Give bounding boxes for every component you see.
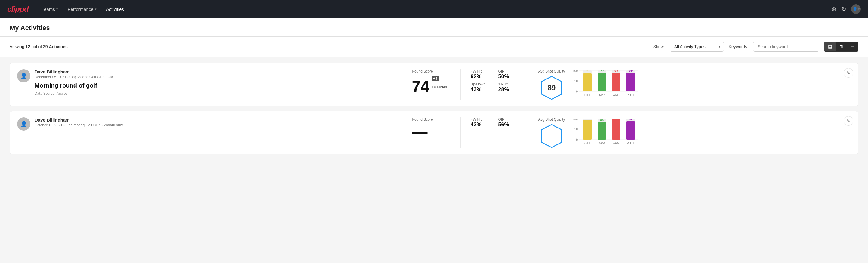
card-info: Dave Billingham October 16, 2021 - Gog M…	[35, 117, 392, 130]
activity-type-select[interactable]: All Activity Types	[670, 41, 724, 52]
grid-view-button[interactable]: ⊞	[836, 42, 847, 52]
activity-card: 👤 Dave Billingham October 16, 2021 - Gog…	[10, 111, 858, 154]
svg-text:89: 89	[615, 70, 618, 72]
score-value: —	[412, 124, 427, 140]
activity-date: October 16, 2021 - Gog Magog Golf Club -…	[35, 123, 392, 127]
list-icon: ▤	[828, 44, 832, 49]
fw-hit-value: 62%	[470, 74, 491, 80]
svg-text:85: 85	[586, 70, 589, 73]
divider	[402, 69, 402, 100]
svg-text:APP: APP	[599, 142, 605, 145]
gir-stat: GIR 56%	[498, 117, 519, 128]
gir-value: 56%	[498, 122, 519, 128]
svg-text:ARG: ARG	[613, 94, 620, 97]
activity-type-wrapper: All Activity Types ▾	[670, 41, 724, 52]
chevron-down-icon: ▾	[858, 7, 860, 11]
svg-text:PUTT: PUTT	[627, 94, 634, 97]
gir-value: 50%	[498, 74, 519, 80]
compact-icon: ☰	[850, 44, 855, 49]
svg-text:50: 50	[575, 80, 578, 83]
svg-text:87: 87	[629, 119, 632, 121]
svg-text:89: 89	[629, 70, 632, 72]
nav-performance[interactable]: Performance ▾	[64, 4, 100, 14]
fw-hit-value: 43%	[470, 122, 491, 128]
svg-rect-43	[626, 121, 635, 140]
nav-right: ⊕ ↻ 👤 ▾	[831, 4, 861, 14]
avg-shot-quality-label: Avg Shot Quality	[538, 69, 565, 74]
score-holes: 18 Holes	[432, 85, 447, 89]
fw-hit-label: FW Hit	[470, 117, 491, 122]
updown-value: 43%	[470, 86, 491, 93]
one-putt-stat: 1 Putt 28%	[498, 82, 519, 93]
score-value: 74	[412, 79, 429, 94]
divider	[528, 117, 528, 148]
svg-text:83: 83	[600, 119, 603, 122]
svg-text:50: 50	[575, 127, 578, 131]
keywords-label: Keywords:	[729, 44, 748, 49]
card-stats: FW Hit 62% GIR 50% Up/Down 43% 1 Putt 28…	[470, 69, 519, 93]
fw-hit-stat: FW Hit 62%	[470, 69, 491, 80]
add-icon[interactable]: ⊕	[831, 5, 836, 12]
filter-bar: Viewing 12 out of 29 Activities Show: Al…	[0, 37, 868, 57]
list-view-button[interactable]: ▤	[825, 42, 836, 52]
chevron-down-icon: ▾	[95, 7, 97, 11]
view-toggle: ▤ ⊞ ☰	[824, 41, 858, 52]
svg-rect-39	[612, 119, 620, 140]
score-main: —	[412, 124, 451, 140]
svg-text:OTT: OTT	[584, 142, 590, 145]
divider	[402, 117, 402, 148]
edit-button[interactable]: ✎	[844, 116, 853, 126]
activities-list: 👤 Dave Billingham December 05, 2021 - Go…	[0, 57, 868, 160]
svg-rect-31	[583, 120, 592, 140]
viewing-text: Viewing 12 out of 29 Activities	[10, 44, 68, 49]
fw-hit-label: FW Hit	[470, 69, 491, 74]
svg-text:PUTT: PUTT	[627, 142, 634, 145]
quality-hex-group: Avg Shot Quality	[538, 117, 565, 148]
keyword-input[interactable]	[753, 41, 819, 52]
fw-hit-stat: FW Hit 43%	[470, 117, 491, 128]
nav-teams[interactable]: Teams ▾	[38, 4, 62, 14]
svg-text:APP: APP	[599, 94, 605, 97]
svg-rect-35	[598, 122, 606, 140]
one-putt-label: 1 Putt	[498, 82, 519, 86]
svg-rect-8	[583, 74, 592, 91]
activity-date: December 05, 2021 - Gog Magog Golf Club …	[35, 75, 392, 79]
one-putt-value: 28%	[498, 86, 519, 93]
svg-text:ARG: ARG	[613, 142, 620, 145]
logo[interactable]: clippd	[7, 4, 29, 14]
gir-stat: GIR 50%	[498, 69, 519, 80]
navbar: clippd Teams ▾ Performance ▾ Activities …	[0, 0, 868, 18]
bar-chart: 100 50 0 94 OTT 83 APP 106 ARG 87 PUTT	[571, 119, 638, 147]
gir-label: GIR	[498, 117, 519, 122]
compact-view-button[interactable]: ☰	[847, 42, 858, 52]
edit-button[interactable]: ✎	[844, 68, 853, 78]
refresh-icon[interactable]: ↻	[841, 5, 846, 12]
chevron-down-icon: ▾	[56, 7, 58, 11]
updown-label: Up/Down	[470, 82, 491, 86]
hexagon	[541, 124, 562, 148]
svg-text:100: 100	[572, 70, 578, 72]
svg-text:90: 90	[600, 70, 603, 72]
updown-stat: Up/Down 43%	[470, 82, 491, 93]
show-label: Show:	[653, 44, 665, 49]
player-avatar: 👤	[17, 69, 30, 83]
svg-text:0: 0	[576, 138, 578, 141]
activity-title: Morning round of golf	[35, 82, 392, 89]
card-info: Dave Billingham December 05, 2021 - Gog …	[35, 69, 392, 96]
grid-icon: ⊞	[839, 44, 843, 49]
card-left: 👤 Dave Billingham October 16, 2021 - Gog…	[17, 117, 392, 130]
svg-rect-20	[626, 73, 635, 91]
gir-label: GIR	[498, 69, 519, 74]
nav-activities[interactable]: Activities	[102, 4, 127, 14]
avg-shot-quality-section: Avg Shot Quality 100 50 0 94 OTT 83 APP	[538, 117, 851, 148]
svg-text:0: 0	[576, 90, 578, 93]
svg-text:94: 94	[586, 119, 589, 119]
card-left: 👤 Dave Billingham December 05, 2021 - Go…	[17, 69, 392, 96]
score-main: 74 +4 18 Holes	[412, 76, 451, 94]
round-score-label: Round Score	[412, 117, 451, 122]
svg-rect-12	[598, 72, 606, 91]
round-score-section: Round Score —	[412, 117, 451, 140]
card-stats: FW Hit 43% GIR 56%	[470, 117, 519, 130]
user-avatar[interactable]: 👤 ▾	[851, 4, 861, 14]
player-name: Dave Billingham	[35, 117, 392, 122]
